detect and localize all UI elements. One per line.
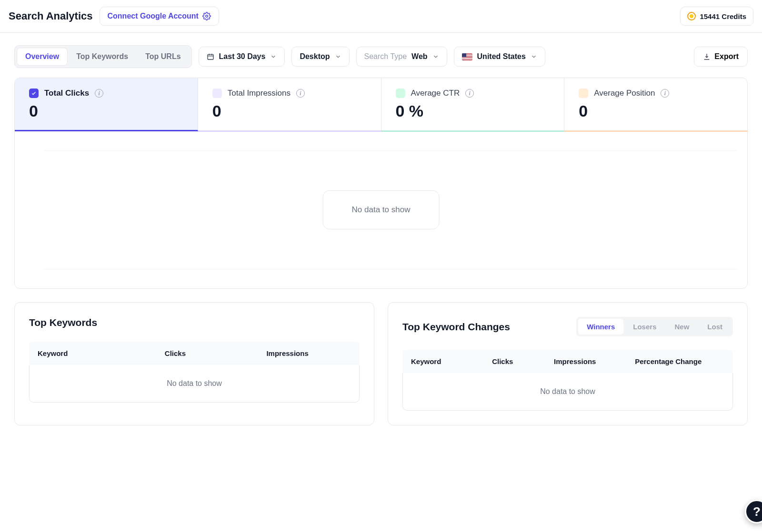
metric-value: 0 % [396,102,550,120]
info-icon[interactable]: i [465,89,474,98]
keyword-changes-panel: Top Keyword Changes Winners Losers New L… [388,302,748,425]
metric-average-ctr[interactable]: Average CTR i 0 % [381,78,565,131]
top-keywords-panel: Top Keywords Keyword Clicks Impressions … [14,302,374,425]
search-type-prefix: Search Type [364,52,407,61]
metric-total-clicks[interactable]: Total Clicks i 0 [15,78,198,131]
table-empty-state: No data to show [29,365,360,403]
metric-label: Average Position [594,89,655,98]
svg-rect-1 [208,54,213,59]
check-icon [31,90,37,96]
metrics-row: Total Clicks i 0 Total Impressions i 0 A… [15,78,747,131]
device-label: Desktop [300,52,330,61]
keyword-changes-table: Keyword Clicks Impressions Percentage Ch… [402,350,733,411]
table-header: Keyword Clicks Impressions Percentage Ch… [402,350,733,373]
changes-tabs: Winners Losers New Lost [576,317,733,336]
tab-new[interactable]: New [666,319,698,335]
th-keyword: Keyword [402,350,483,373]
svg-point-0 [206,15,208,18]
info-icon[interactable]: i [95,89,103,98]
tab-top-keywords[interactable]: Top Keywords [68,48,137,66]
calendar-icon [207,53,214,60]
country-label: United States [477,52,526,61]
top-bar: Search Analytics Connect Google Account … [0,0,762,33]
metric-value: 0 [579,102,733,120]
metric-label: Total Clicks [44,89,89,98]
us-flag-icon [462,53,472,60]
chevron-down-icon [432,53,439,60]
chart-empty-state: No data to show [323,190,440,229]
search-type-selector[interactable]: Search Type Web [356,47,447,67]
checkbox-total-impressions[interactable] [212,89,222,98]
panel-title: Top Keywords [29,317,97,328]
tab-overview[interactable]: Overview [17,48,68,66]
panels-row: Top Keywords Keyword Clicks Impressions … [14,302,748,425]
metric-value: 0 [29,102,183,120]
checkbox-average-ctr[interactable] [396,89,405,98]
date-range-label: Last 30 Days [219,52,266,61]
controls-row: Overview Top Keywords Top URLs Last 30 D… [0,33,762,78]
export-label: Export [714,52,739,61]
credits-value: 15441 Credits [700,12,746,20]
top-keywords-table: Keyword Clicks Impressions No data to sh… [29,342,360,403]
metric-label: Average CTR [411,89,460,98]
tab-winners[interactable]: Winners [578,319,623,335]
view-tabs: Overview Top Keywords Top URLs [14,45,192,68]
metric-value: 0 [212,102,367,120]
date-range-selector[interactable]: Last 30 Days [199,47,285,67]
tab-lost[interactable]: Lost [699,319,731,335]
tab-top-urls[interactable]: Top URLs [137,48,189,66]
country-selector[interactable]: United States [454,47,545,67]
metric-average-position[interactable]: Average Position i 0 [564,78,747,131]
tab-losers[interactable]: Losers [624,319,665,335]
th-clicks: Clicks [156,342,258,365]
checkbox-average-position[interactable] [579,89,588,98]
table-empty-state: No data to show [402,373,733,411]
device-selector[interactable]: Desktop [291,47,349,67]
chevron-down-icon [335,53,341,60]
metrics-card: Total Clicks i 0 Total Impressions i 0 A… [14,78,748,289]
th-impressions: Impressions [258,342,360,365]
info-icon[interactable]: i [661,89,669,98]
chevron-down-icon [531,53,537,60]
th-percentage-change: Percentage Change [626,350,733,373]
top-bar-left: Search Analytics Connect Google Account [9,7,219,26]
panel-title: Top Keyword Changes [402,321,510,333]
search-type-value: Web [411,52,427,61]
chart-area: No data to show [15,131,747,288]
checkbox-total-clicks[interactable] [29,89,39,98]
coin-icon [687,12,696,20]
th-clicks: Clicks [483,350,545,373]
chevron-down-icon [270,53,277,60]
gear-icon [202,12,211,20]
export-button[interactable]: Export [694,47,748,67]
metric-total-impressions[interactable]: Total Impressions i 0 [198,78,381,131]
th-keyword: Keyword [29,342,156,365]
connect-google-label: Connect Google Account [108,12,199,20]
main-content: Total Clicks i 0 Total Impressions i 0 A… [0,78,762,444]
metric-label: Total Impressions [228,89,291,98]
th-impressions: Impressions [545,350,626,373]
page-title: Search Analytics [9,10,93,22]
info-icon[interactable]: i [296,89,305,98]
connect-google-button[interactable]: Connect Google Account [100,7,219,26]
download-icon [703,53,711,60]
credits-badge[interactable]: 15441 Credits [680,7,753,26]
table-header: Keyword Clicks Impressions [29,342,360,365]
